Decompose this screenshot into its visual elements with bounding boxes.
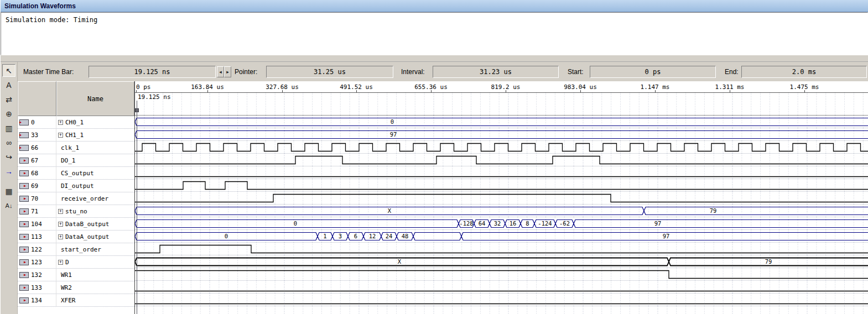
selection-tool-button[interactable]: ↖ <box>2 64 15 77</box>
signal-name: DataA_output <box>65 233 109 240</box>
pin-arrow-glyph: ▸ <box>23 221 27 227</box>
signal-name-cell: XFER <box>56 297 134 304</box>
signal-row-clk_1[interactable]: ▸66clk_1 <box>18 142 134 154</box>
signal-row-WR2[interactable]: ▸133WR2 <box>18 281 134 294</box>
expand-toggle[interactable]: + <box>58 222 63 227</box>
signal-row-DI_output[interactable]: ▸69DI_output <box>18 180 134 192</box>
svg-text:-62: -62 <box>559 220 570 227</box>
wave-row-DI_output[interactable] <box>135 179 868 192</box>
expand-toggle[interactable]: + <box>58 120 63 125</box>
master-time-bar-line[interactable] <box>137 101 137 314</box>
wave-row-CS_output[interactable] <box>135 166 868 179</box>
master-time-bar-label: Master Time Bar: <box>23 68 89 76</box>
svg-text:64: 64 <box>479 220 486 227</box>
signal-row-D[interactable]: ▸123+D <box>18 256 134 269</box>
text-tool-button[interactable]: A <box>2 78 15 91</box>
simulation-mode-text: Simulation mode: Timing <box>6 16 97 24</box>
pin-arrow-glyph: ▸ <box>23 208 27 214</box>
wave-row-DO_1[interactable] <box>135 154 868 166</box>
signal-id: 0 <box>31 119 35 126</box>
waveform-content: Name ▸0+CH0_1▸33+CH1_1▸66clk_1▸67DO_1▸68… <box>18 81 868 314</box>
interval-value: 31.23 us <box>433 66 559 78</box>
signal-row-DO_1[interactable]: ▸67DO_1 <box>18 154 134 167</box>
expand-toggle[interactable]: + <box>58 133 63 138</box>
signal-row-CH1_1[interactable]: ▸33+CH1_1 <box>18 129 134 142</box>
wave-row-D[interactable]: X79 <box>135 255 868 268</box>
find-tool-button[interactable]: ∞ <box>2 136 15 149</box>
signal-row-DataA_output[interactable]: ▸113+DataA_output <box>18 231 134 243</box>
expand-toggle[interactable]: + <box>58 209 63 214</box>
signal-name-cell: DO_1 <box>56 157 134 164</box>
waveform-toolbar: ↖A⇄⊕▥∞↪→▦A↓ <box>1 62 18 314</box>
pin-arrow-glyph: ▸ <box>23 182 27 189</box>
wave-row-WR2[interactable] <box>135 281 868 294</box>
signal-name: DO_1 <box>61 157 76 164</box>
signal-row-WR1[interactable]: ▸132WR1 <box>18 269 134 281</box>
signal-id-cell: ▸123 <box>18 256 56 268</box>
waveform-CS_output <box>135 166 868 179</box>
svg-text:12: 12 <box>369 233 376 239</box>
forward-arrow-tool-button[interactable]: → <box>2 165 15 177</box>
wave-row-WR1[interactable] <box>135 268 868 281</box>
master-time-increment-button[interactable]: ▸ <box>224 66 231 77</box>
master-time-decrement-button[interactable]: ◂ <box>217 66 224 77</box>
signal-name: receive_order <box>61 195 108 202</box>
signal-id-cell: ▸69 <box>18 180 56 192</box>
signal-name-column-header: Name <box>56 81 134 116</box>
wave-row-DataB_output[interactable]: 0-1286432168-124-6297 <box>135 217 868 230</box>
signal-row-start_order[interactable]: ▸122start_order <box>18 243 134 256</box>
signal-id-cell: ▸33 <box>18 129 56 141</box>
edit-bar-tool-button[interactable]: ⇄ <box>2 93 15 106</box>
pin-arrow-glyph: ▸ <box>23 246 27 252</box>
signal-id-cell: ▸71 <box>18 205 56 217</box>
signal-name-cell: CS_output <box>56 170 134 177</box>
signal-row-CS_output[interactable]: ▸68CS_output <box>18 167 134 180</box>
signal-id: 69 <box>31 182 38 190</box>
wave-row-DataA_output[interactable]: 013612244897 <box>135 230 868 243</box>
wave-row-receive_order[interactable] <box>135 192 868 205</box>
wave-row-CH0_1[interactable]: 0 <box>135 116 868 128</box>
pin-arrow-glyph: ▸ <box>23 259 27 265</box>
sort-tool-button[interactable]: A↓ <box>2 199 15 212</box>
expand-toggle[interactable]: + <box>58 234 63 239</box>
signal-id: 71 <box>31 208 38 215</box>
wave-row-clk_1[interactable] <box>135 141 868 154</box>
svg-text:0: 0 <box>294 220 297 227</box>
copy-tool-button[interactable]: ▥ <box>2 122 15 134</box>
zoom-tool-button[interactable]: ⊕ <box>2 107 15 120</box>
signal-id-cell: ▸0 <box>18 116 56 128</box>
time-axis-tick <box>506 90 506 92</box>
pin-arrow-glyph: ▸ <box>23 157 27 163</box>
signal-name-cell: DI_output <box>56 182 134 190</box>
wave-row-XFER[interactable] <box>135 294 868 306</box>
time-axis-label: 0 ps <box>136 83 151 91</box>
time-axis-tick <box>431 90 432 92</box>
signal-row-stu_no[interactable]: ▸71+stu_no <box>18 205 134 218</box>
time-axis-tick <box>356 90 357 92</box>
copy-tool-icon: ▥ <box>5 124 12 133</box>
wave-row-stu_no[interactable]: X79 <box>135 205 868 217</box>
wave-row-start_order[interactable] <box>135 243 868 255</box>
panel-splitter[interactable] <box>1 55 868 62</box>
wave-row-CH1_1[interactable]: 97 <box>135 128 868 141</box>
window-title: Simulation Waveforms <box>4 2 76 10</box>
find-next-tool-button[interactable]: ↪ <box>2 150 15 163</box>
forward-arrow-tool-icon: → <box>5 167 13 176</box>
signal-name: CH1_1 <box>65 132 84 139</box>
time-axis-tick <box>207 90 208 92</box>
master-time-bar-value[interactable]: 19.125 ns <box>89 66 216 78</box>
start-value[interactable]: 0 ps <box>590 66 716 78</box>
signal-row-CH0_1[interactable]: ▸0+CH0_1 <box>18 116 134 129</box>
signal-row-receive_order[interactable]: ▸70receive_order <box>18 192 134 205</box>
svg-text:97: 97 <box>654 220 662 227</box>
waveform-receive_order <box>135 192 868 204</box>
expand-toggle[interactable]: + <box>58 260 63 265</box>
svg-text:1: 1 <box>323 233 326 239</box>
signal-name: CH0_1 <box>65 119 84 126</box>
end-value[interactable]: 2.0 ms <box>741 66 867 78</box>
signal-row-XFER[interactable]: ▸134XFER <box>18 294 134 307</box>
signal-row-DataB_output[interactable]: ▸104+DataB_output <box>18 218 134 231</box>
arrange-tool-button[interactable]: ▦ <box>2 185 15 197</box>
signal-name-cell: +D <box>56 259 134 266</box>
signal-name: WR1 <box>61 271 72 279</box>
